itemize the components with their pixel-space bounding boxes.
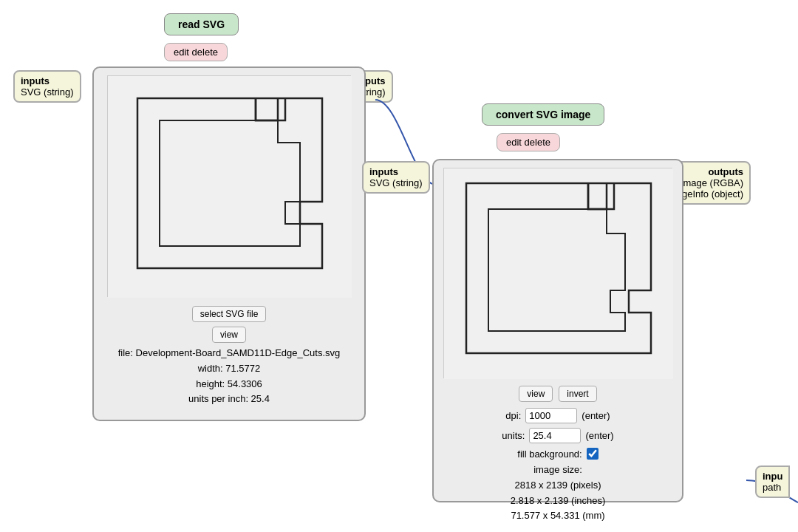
svg-rect-1 — [444, 168, 673, 379]
convert-svg-edit-delete[interactable]: edit delete — [497, 133, 560, 151]
read-svg-main-node: select SVG file view file: Development-B… — [92, 66, 366, 421]
units-row: units: (enter) — [441, 428, 675, 443]
fill-bg-row: fill background: — [441, 448, 675, 460]
read-svg-edit-delete[interactable]: edit delete — [164, 43, 228, 61]
select-svg-button[interactable]: select SVG file — [192, 306, 267, 322]
svg-rect-0 — [108, 76, 352, 298]
read-svg-file-info: file: Development-Board_SAMD11D-Edge_Cut… — [101, 346, 357, 407]
convert-svg-main-node: view invert dpi: (enter) units: (enter) … — [432, 159, 683, 502]
read-svg-preview — [107, 75, 351, 297]
units-input[interactable] — [529, 428, 581, 443]
convert-svg-title: convert SVG image — [482, 103, 604, 126]
inputs3-port: inpu path — [755, 466, 790, 498]
dpi-input[interactable] — [525, 408, 577, 423]
read-svg-inputs-port: inputs SVG (string) — [13, 70, 81, 103]
dpi-row: dpi: (enter) — [441, 408, 675, 423]
convert-svg-inputs-port: inputs SVG (string) — [362, 161, 430, 194]
convert-image-size: image size: 2818 x 2139 (pixels) 2.818 x… — [441, 463, 675, 524]
convert-svg-preview — [443, 168, 672, 378]
fill-bg-checkbox[interactable] — [587, 448, 598, 460]
convert-view-button[interactable]: view — [519, 386, 553, 402]
invert-button[interactable]: invert — [559, 386, 596, 402]
read-svg-view-button[interactable]: view — [212, 327, 246, 343]
read-svg-title: read SVG — [164, 13, 239, 35]
